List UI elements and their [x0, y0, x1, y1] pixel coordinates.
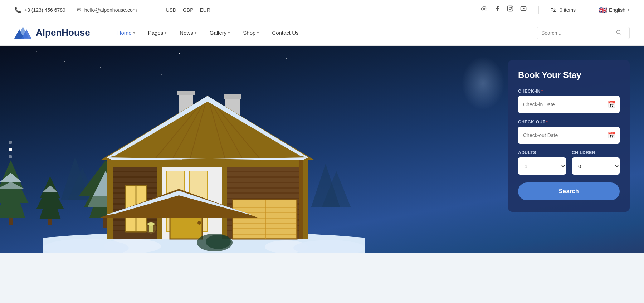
svg-rect-62 — [227, 192, 302, 194]
adults-field: ADULTS 1 2 3 4 5 — [518, 150, 566, 175]
email-item[interactable]: ✉ hello@alpenhouse.com — [77, 7, 137, 13]
checkin-label: CHECK-IN* — [518, 89, 620, 94]
checkout-date-input[interactable]: 📅 — [518, 127, 620, 144]
language-selector[interactable]: 🇬🇧 English ▾ — [599, 6, 630, 14]
svg-rect-23 — [103, 218, 108, 228]
phone-number: +3 (123) 456 6789 — [24, 7, 65, 13]
checkout-text[interactable] — [523, 132, 604, 138]
cart-label: 0 items — [560, 7, 576, 13]
svg-rect-47 — [113, 182, 157, 183]
divider-2 — [538, 6, 539, 14]
adults-label: ADULTS — [518, 150, 566, 155]
top-bar-left: 📞 +3 (123) 456 6789 ✉ hello@alpenhouse.c… — [14, 6, 210, 14]
search-button[interactable]: Search — [518, 182, 620, 200]
instagram-icon[interactable] — [507, 5, 513, 14]
adults-children-section: ADULTS 1 2 3 4 5 CHILDREN 0 1 2 3 4 — [518, 150, 620, 175]
email-address: hello@alpenhouse.com — [84, 7, 137, 13]
checkout-required: * — [546, 119, 548, 124]
checkout-calendar-icon: 📅 — [608, 131, 615, 139]
children-select[interactable]: 0 1 2 3 4 — [572, 157, 620, 175]
svg-rect-59 — [227, 176, 302, 178]
phone-icon: 📞 — [14, 6, 21, 13]
checkin-required: * — [541, 89, 543, 94]
svg-rect-61 — [227, 187, 302, 189]
nav-shop-label: Shop — [243, 30, 255, 36]
svg-rect-45 — [113, 171, 157, 172]
tripadvisor-icon[interactable] — [480, 5, 488, 14]
top-bar: 📞 +3 (123) 456 6789 ✉ hello@alpenhouse.c… — [0, 0, 644, 20]
svg-point-82 — [197, 221, 201, 225]
cart-area[interactable]: 🛍 0 items — [550, 6, 576, 14]
search-bar — [537, 27, 630, 39]
nav-item-shop[interactable]: Shop ▾ — [237, 27, 265, 39]
currency-usd[interactable]: USD — [166, 7, 176, 13]
checkin-calendar-icon: 📅 — [608, 101, 615, 108]
nav-news-chevron-icon: ▾ — [195, 30, 197, 35]
nav-bar: AlpenHouse Home ▾ Pages ▾ News ▾ Gallery… — [0, 20, 644, 46]
nav-pages-label: Pages — [148, 30, 164, 36]
flag-icon: 🇬🇧 — [599, 6, 607, 14]
svg-line-11 — [620, 33, 621, 34]
svg-rect-42 — [222, 160, 227, 239]
search-input[interactable] — [541, 30, 613, 36]
nav-item-news[interactable]: News ▾ — [174, 27, 203, 39]
slide-dot-1[interactable] — [9, 141, 12, 144]
currency-gbp[interactable]: GBP — [183, 7, 194, 13]
svg-rect-40 — [107, 160, 113, 239]
nav-home-chevron-icon: ▾ — [133, 30, 135, 35]
nav-item-contact[interactable]: Contact Us — [266, 27, 304, 39]
logo-text: AlpenHouse — [36, 27, 90, 38]
social-icons — [480, 5, 527, 14]
language-chevron-icon: ▾ — [628, 8, 630, 12]
booking-panel: Book Your Stay CHECK-IN* 📅 CHECK-OUT* 📅 — [508, 60, 630, 212]
currency-group: USD GBP EUR — [166, 7, 210, 13]
house-illustration — [43, 64, 365, 253]
nav-shop-chevron-icon: ▾ — [257, 30, 259, 35]
nav-item-pages[interactable]: Pages ▾ — [142, 27, 173, 39]
slide-dot-3[interactable] — [9, 155, 12, 158]
email-icon: ✉ — [77, 7, 82, 13]
youtube-icon[interactable] — [520, 5, 527, 14]
svg-point-107 — [146, 223, 156, 234]
currency-eur[interactable]: EUR — [200, 7, 211, 13]
phone-item[interactable]: 📞 +3 (123) 456 6789 — [14, 6, 65, 13]
svg-point-3 — [509, 8, 511, 10]
booking-title: Book Your Stay — [518, 70, 620, 80]
nav-home-label: Home — [117, 30, 132, 36]
svg-point-110 — [206, 235, 231, 249]
svg-rect-33 — [177, 91, 195, 95]
svg-rect-108 — [299, 160, 303, 239]
nav-menu: Home ▾ Pages ▾ News ▾ Gallery ▾ Shop ▾ C… — [112, 27, 537, 39]
divider-1 — [151, 6, 151, 14]
checkin-date-input[interactable]: 📅 — [518, 96, 620, 113]
checkin-field: CHECK-IN* 📅 — [518, 89, 620, 113]
top-bar-right: 🛍 0 items 🇬🇧 English ▾ — [480, 5, 630, 14]
hero-section: Book Your Stay CHECK-IN* 📅 CHECK-OUT* 📅 — [0, 46, 644, 253]
nav-item-home[interactable]: Home ▾ — [112, 27, 141, 39]
svg-rect-92 — [265, 200, 266, 239]
facebook-icon[interactable] — [494, 5, 501, 14]
checkin-text[interactable] — [523, 102, 604, 107]
logo[interactable]: AlpenHouse — [14, 24, 90, 41]
svg-rect-58 — [227, 171, 302, 172]
svg-rect-2 — [507, 6, 513, 11]
cart-icon: 🛍 — [550, 6, 557, 14]
language-label: English — [609, 7, 625, 13]
svg-rect-35 — [224, 94, 241, 99]
children-field: CHILDREN 0 1 2 3 4 — [572, 150, 620, 175]
slider-dots — [9, 141, 12, 158]
svg-marker-6 — [523, 8, 525, 10]
svg-rect-63 — [227, 198, 302, 199]
nav-contact-label: Contact Us — [272, 30, 298, 36]
svg-rect-60 — [227, 182, 302, 183]
svg-rect-46 — [113, 176, 157, 178]
right-tree — [462, 57, 504, 110]
checkout-field: CHECK-OUT* 📅 — [518, 119, 620, 144]
checkin-input-wrapper: 📅 — [518, 96, 620, 113]
slide-dot-2[interactable] — [9, 148, 12, 151]
search-icon[interactable] — [616, 29, 621, 36]
adults-select[interactable]: 1 2 3 4 5 — [518, 157, 566, 175]
nav-item-gallery[interactable]: Gallery ▾ — [204, 27, 236, 39]
nav-news-label: News — [180, 30, 193, 36]
nav-pages-chevron-icon: ▾ — [165, 30, 167, 35]
